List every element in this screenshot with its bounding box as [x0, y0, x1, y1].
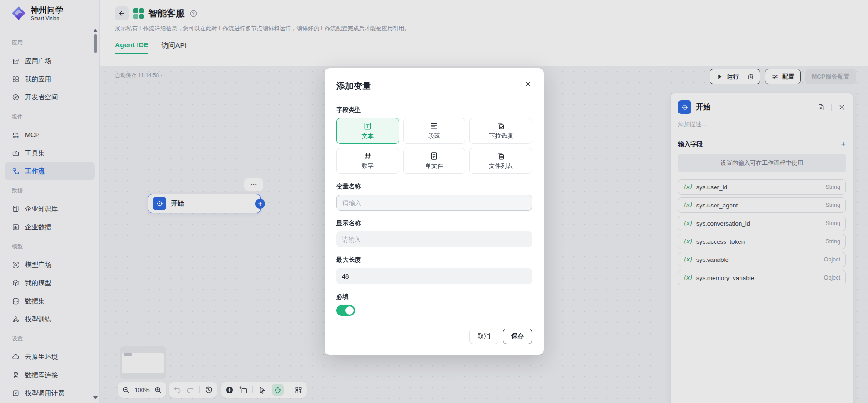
field-type-grid: 文本 段落 下拉选项 数字 单文件 文件列表 [336, 118, 532, 174]
max-length-label: 最大长度 [336, 256, 532, 264]
type-label: 下拉选项 [489, 132, 513, 140]
type-card-file-list[interactable]: 文件列表 [469, 148, 532, 174]
single-file-type-icon [429, 152, 439, 161]
max-length-input[interactable] [336, 268, 532, 284]
type-label: 文本 [362, 132, 374, 140]
field-type-label: 字段类型 [336, 106, 532, 114]
required-label: 必填 [336, 293, 532, 301]
dropdown-type-icon [496, 122, 505, 131]
paragraph-type-icon [429, 122, 439, 131]
type-card-paragraph[interactable]: 段落 [403, 118, 466, 144]
number-type-icon [363, 152, 372, 161]
variable-name-label: 变量名称 [336, 182, 532, 191]
type-card-number[interactable]: 数字 [336, 148, 399, 174]
variable-name-input[interactable] [336, 195, 532, 211]
file-list-type-icon [496, 152, 505, 161]
display-name-input[interactable] [336, 231, 532, 247]
type-card-single-file[interactable]: 单文件 [403, 148, 466, 174]
save-button[interactable]: 保存 [503, 329, 532, 344]
type-label: 段落 [428, 132, 440, 140]
type-label: 数字 [362, 162, 374, 170]
type-card-dropdown[interactable]: 下拉选项 [469, 118, 532, 144]
modal-title: 添加变量 [336, 80, 524, 92]
type-label: 文件列表 [489, 162, 513, 170]
type-label: 单文件 [425, 162, 443, 170]
add-variable-modal: 添加变量 字段类型 文本 段落 下拉选项 数字 单文件 文件列表 变量名称 [325, 68, 544, 355]
type-card-text[interactable]: 文本 [336, 118, 399, 144]
text-type-icon [363, 122, 372, 131]
cancel-button[interactable]: 取消 [469, 329, 498, 344]
required-toggle[interactable] [336, 305, 355, 316]
toggle-knob [345, 306, 354, 315]
close-icon[interactable] [524, 80, 532, 88]
display-name-label: 显示名称 [336, 219, 532, 227]
